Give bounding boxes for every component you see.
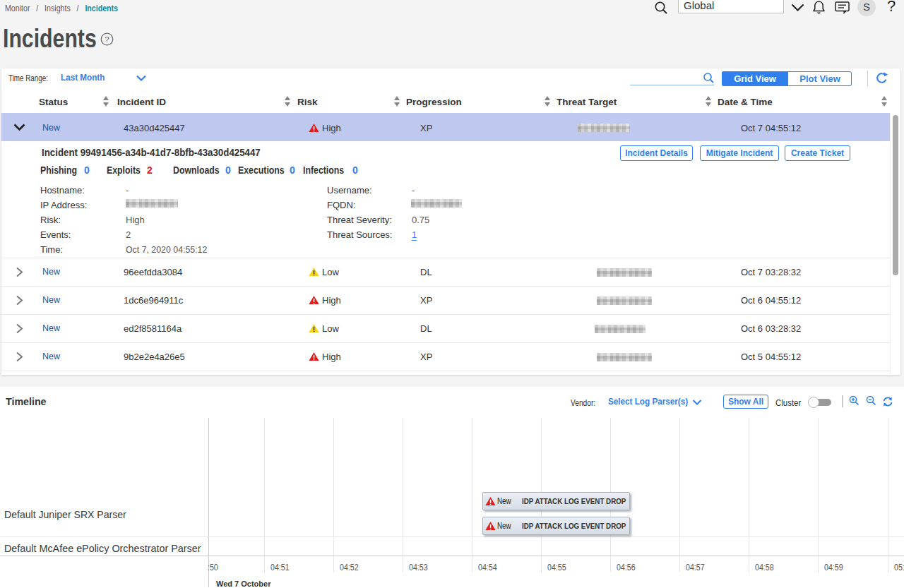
svg-text:?: ?	[105, 35, 109, 44]
